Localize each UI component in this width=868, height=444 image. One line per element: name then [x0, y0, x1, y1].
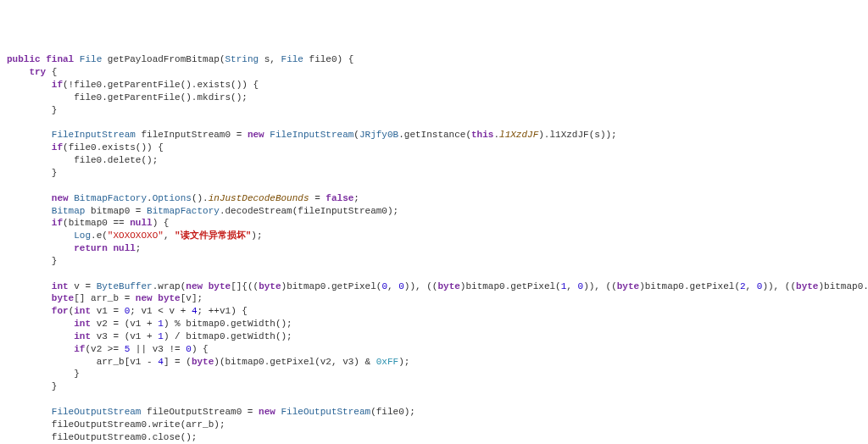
method: e: [97, 230, 103, 241]
kw-final: final: [46, 54, 74, 64]
method: getInstance: [404, 130, 466, 140]
param: s: [594, 130, 600, 140]
num: 0: [125, 306, 131, 316]
method-name: getPayloadFromBitmap: [108, 54, 220, 64]
var: v: [170, 306, 175, 316]
num: 0: [186, 344, 192, 354]
method: mkdirs: [197, 92, 231, 103]
method: exists: [102, 142, 136, 153]
param: arr_b: [186, 419, 214, 430]
type: Options: [153, 193, 192, 203]
type: BitmapFactory: [147, 206, 220, 216]
var: fileInputStream0: [141, 130, 231, 140]
hex: 0xFF: [376, 357, 398, 367]
class: Log: [74, 230, 91, 241]
kw-null: null: [130, 218, 152, 228]
var: v2: [91, 344, 102, 354]
num: 0: [381, 281, 387, 291]
method: wrap: [158, 281, 180, 291]
method: getPixel: [331, 281, 376, 291]
kw-byte: byte: [158, 293, 180, 303]
method: getPixel: [510, 281, 555, 291]
var: v1: [130, 319, 141, 329]
param-file0: file0: [309, 54, 337, 64]
num: 5: [125, 344, 131, 354]
string: "XOXOXOXO": [108, 230, 164, 241]
method: close: [153, 432, 181, 442]
method: getWidth: [231, 331, 275, 341]
var: v1: [97, 306, 108, 316]
class: JRjfy0B: [359, 130, 398, 140]
kw-new: new: [186, 281, 203, 291]
num: 4: [192, 306, 198, 316]
var: bitmap0: [186, 331, 225, 341]
var: bitmap0: [645, 281, 684, 291]
param-s: s: [264, 54, 270, 64]
kw-this: this: [471, 130, 493, 140]
var: file0: [74, 92, 102, 103]
kw-if: if: [52, 142, 63, 153]
var: fileOutputStream0: [52, 432, 147, 442]
type-file: File: [80, 54, 102, 64]
kw-public: public: [7, 54, 41, 64]
num: 1: [158, 331, 164, 341]
type-string: String: [225, 54, 259, 64]
var: fileOutputStream0: [147, 407, 242, 417]
type: FileOutputStream: [52, 407, 142, 417]
var: v1: [130, 357, 141, 367]
num: 2: [740, 281, 746, 291]
method: getWidth: [231, 319, 275, 329]
var: v1: [141, 306, 152, 316]
kw-if: if: [52, 218, 63, 228]
var: arr_b: [97, 357, 125, 367]
method: getPixel: [690, 281, 735, 291]
field: l1XzdJF: [499, 130, 538, 140]
field: inJustDecodeBounds: [209, 193, 309, 203]
string-chinese: "读文件异常损坏": [175, 230, 251, 241]
var: bitmap0: [287, 281, 326, 291]
num: 1: [158, 319, 164, 329]
kw-for: for: [52, 306, 69, 316]
kw-new: new: [259, 407, 275, 417]
num: 0: [398, 281, 404, 291]
var: v: [186, 293, 192, 303]
param: v2: [320, 357, 331, 367]
type: FileOutputStream: [281, 407, 371, 417]
method: write: [153, 419, 181, 430]
param: v3: [342, 357, 353, 367]
type: Bitmap: [52, 206, 86, 216]
var: v1: [130, 331, 141, 341]
type-file2: File: [281, 54, 303, 64]
type: ByteBuffer: [97, 281, 153, 291]
var: v3: [97, 331, 108, 341]
kw-if: if: [74, 344, 85, 354]
num: 0: [578, 281, 584, 291]
param: fileInputStream0: [298, 206, 387, 216]
kw-byte: byte: [796, 281, 818, 291]
var: bitmap0: [69, 218, 108, 228]
kw-int: int: [74, 319, 91, 329]
var: v: [74, 281, 80, 291]
var: file0: [74, 80, 102, 90]
kw-byte: byte: [52, 293, 74, 303]
kw-new: new: [248, 130, 264, 140]
var: bitmap0: [91, 206, 130, 216]
method: decodeStream: [225, 206, 292, 216]
kw-null: null: [113, 243, 135, 253]
kw-int: int: [74, 306, 91, 316]
var: file0: [69, 142, 97, 153]
method: exists: [197, 80, 231, 90]
method: delete: [108, 155, 142, 165]
method: getParentFile: [108, 92, 181, 103]
kw-byte: byte: [192, 357, 214, 367]
var: bitmap0: [225, 357, 264, 367]
kw-try: try: [29, 67, 46, 77]
kw-byte: byte: [209, 281, 231, 291]
param: file0: [376, 407, 404, 417]
kw-byte: byte: [437, 281, 459, 291]
kw-byte: byte: [259, 281, 281, 291]
num: 1: [561, 281, 567, 291]
method: getParentFile: [108, 80, 181, 90]
var: arr_b: [91, 293, 119, 303]
var: v2: [97, 319, 108, 329]
